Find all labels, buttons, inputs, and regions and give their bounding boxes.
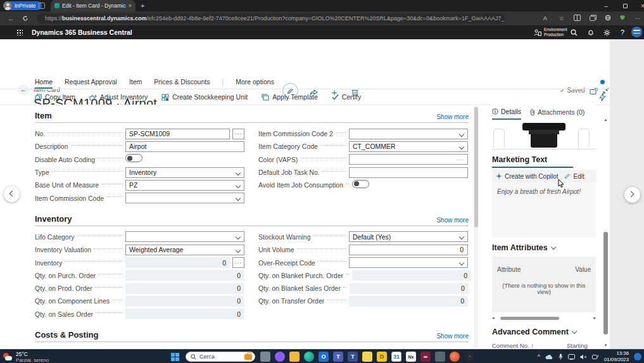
favorite-star-icon[interactable]: ☆ bbox=[557, 15, 566, 22]
taskbar-clock[interactable]: 13:36 01/09/2023 bbox=[604, 350, 629, 362]
qty-transfer-order-field[interactable]: 0 bbox=[349, 296, 468, 307]
extensions-globe-icon[interactable] bbox=[605, 15, 614, 22]
file-explorer-icon[interactable] bbox=[260, 352, 270, 362]
type-select[interactable]: Inventory bbox=[125, 167, 244, 178]
action-bar-flow-icon[interactable] bbox=[599, 93, 606, 101]
color-vaps-field[interactable]: ··· bbox=[349, 154, 468, 165]
disable-auto-coding-toggle[interactable] bbox=[125, 154, 244, 165]
item-commission-code-select[interactable] bbox=[125, 193, 244, 203]
inventory-assist-button[interactable]: ··· bbox=[232, 257, 244, 268]
profile-avatar[interactable] bbox=[3, 1, 12, 10]
item-attributes-header[interactable]: Item Attributes bbox=[492, 243, 596, 252]
scroll-left-icon[interactable]: ◂ bbox=[492, 315, 495, 321]
line-no-column[interactable]: Line No. ↑ bbox=[534, 342, 567, 349]
dynamics-app-icon[interactable]: D bbox=[377, 352, 387, 362]
costs-show-more-link[interactable]: Show more bbox=[436, 333, 469, 340]
edit-marketing-text-button[interactable]: Edit bbox=[564, 173, 584, 180]
over-receipt-code-select[interactable] bbox=[349, 257, 468, 268]
scroll-up-icon[interactable]: ▲ bbox=[603, 118, 609, 122]
qty-prod-order-field[interactable]: 0 bbox=[125, 283, 244, 294]
nx-app-icon[interactable]: Nx bbox=[406, 352, 416, 362]
tab-more-options[interactable]: More options bbox=[236, 78, 274, 89]
comment-no-column[interactable]: Comment No. ↑ bbox=[492, 342, 534, 349]
settings-gear-icon[interactable] bbox=[602, 28, 612, 37]
qty-blanket-purch-order-field[interactable]: 0 bbox=[352, 270, 471, 281]
item-show-more-link[interactable]: Show more bbox=[436, 113, 469, 120]
collections-icon[interactable] bbox=[590, 15, 598, 22]
item-picture[interactable] bbox=[492, 120, 596, 148]
next-record-button[interactable] bbox=[624, 187, 640, 203]
powerpoint-icon[interactable] bbox=[450, 352, 460, 362]
default-job-task-no-field[interactable] bbox=[349, 167, 468, 178]
environment-indicator[interactable]: EnvironmentProduction bbox=[534, 27, 567, 37]
tab-home[interactable]: Home bbox=[35, 78, 53, 89]
edge-browser-icon[interactable] bbox=[304, 352, 314, 362]
taskbar-search[interactable]: Cerca bbox=[186, 352, 255, 362]
access-icon[interactable]: ∞ bbox=[420, 352, 431, 362]
previous-record-button[interactable] bbox=[4, 186, 20, 202]
pen-device-icon[interactable] bbox=[592, 354, 599, 360]
factbox-tab-attachments[interactable]: Attachments (0) bbox=[530, 105, 584, 120]
user-avatar[interactable] bbox=[631, 27, 642, 37]
tab-item[interactable]: Item bbox=[129, 78, 142, 89]
browser-menu-icon[interactable]: ⋯ bbox=[633, 15, 642, 22]
no-assist-edit-button[interactable]: ··· bbox=[232, 129, 244, 139]
certify-button[interactable]: Certify bbox=[332, 93, 361, 101]
inventory-flowfield[interactable]: 0 bbox=[125, 257, 230, 268]
form-scrollbar[interactable] bbox=[474, 106, 478, 348]
window-restore-button[interactable] bbox=[616, 0, 635, 11]
advanced-comment-header[interactable]: Advanced Comment bbox=[492, 328, 596, 336]
notification-badge[interactable] bbox=[634, 353, 641, 360]
attributes-col-value[interactable]: Value bbox=[575, 266, 591, 273]
no-field[interactable]: SP-SCM1009 bbox=[125, 129, 230, 139]
tab-prices-discounts[interactable]: Prices & Discounts bbox=[154, 78, 210, 89]
weather-widget[interactable]: 25°CParzial. sereno bbox=[3, 351, 49, 363]
hscroll-thumb[interactable] bbox=[500, 317, 559, 320]
factbox-scrollbar-thumb[interactable] bbox=[603, 232, 608, 334]
lifo-category-select[interactable] bbox=[125, 231, 244, 242]
inventory-show-more-link[interactable]: Show more bbox=[436, 217, 469, 224]
assist-edit-icon[interactable]: ··· bbox=[457, 156, 465, 163]
base-unit-of-measure-select[interactable]: PZ bbox=[125, 180, 244, 191]
teams-icon[interactable]: T bbox=[333, 352, 343, 362]
cast-screen-icon[interactable] bbox=[568, 354, 575, 360]
outlook-icon[interactable]: O bbox=[319, 352, 329, 362]
help-icon[interactable]: ? bbox=[617, 28, 628, 37]
inventory-valuation-select[interactable]: Weighted Average bbox=[125, 245, 244, 255]
folder-icon[interactable] bbox=[289, 352, 300, 362]
search-icon[interactable] bbox=[569, 28, 579, 37]
marketing-text-content[interactable]: Enjoy a breath of fresh Airpot! bbox=[492, 182, 596, 237]
stockout-warning-select[interactable]: Default (Yes) bbox=[349, 231, 468, 242]
qty-purch-order-field[interactable]: 0 bbox=[125, 270, 244, 281]
tab-actions-icon[interactable] bbox=[39, 3, 45, 9]
chat-app-icon[interactable] bbox=[275, 352, 285, 362]
create-stockkeeping-unit-button[interactable]: Create Stockkeeping Unit bbox=[161, 93, 248, 101]
qty-component-lines-field[interactable]: 0 bbox=[125, 296, 244, 307]
qty-blanket-sales-order-field[interactable]: 0 bbox=[350, 283, 469, 294]
create-with-copilot-button[interactable]: Create with Copilot bbox=[496, 173, 558, 180]
item-commission-code-2-select[interactable] bbox=[349, 129, 468, 139]
scroll-right-icon[interactable]: ▸ bbox=[593, 315, 596, 321]
split-screen-icon[interactable] bbox=[574, 15, 583, 22]
app-launcher-icon[interactable] bbox=[16, 29, 23, 35]
browser-tab[interactable]: Edit - Item Card - Dynamics 365 × bbox=[51, 0, 136, 11]
tab-request-approval[interactable]: Request Approval bbox=[65, 78, 117, 89]
item-category-code-select[interactable]: CT_COMMER bbox=[349, 141, 468, 152]
copy-item-button[interactable]: Copy Item bbox=[35, 93, 75, 101]
start-button[interactable] bbox=[171, 353, 179, 361]
new-tab-button[interactable]: + bbox=[141, 2, 144, 10]
teams-call-icon[interactable]: T bbox=[348, 352, 358, 362]
calendar-app-icon[interactable]: 31 bbox=[391, 352, 401, 362]
tab-close-icon[interactable]: × bbox=[129, 3, 132, 9]
attributes-col-attribute[interactable]: Attribute bbox=[497, 266, 521, 273]
address-bar[interactable]: https://businesscentral.dynamics.com/efc… bbox=[37, 13, 505, 23]
onedrive-cloud-icon[interactable] bbox=[545, 354, 553, 360]
tray-expand-icon[interactable]: ^ bbox=[538, 353, 540, 360]
browser-essentials-icon[interactable] bbox=[619, 15, 628, 22]
starting-date-column[interactable]: Starting Date bbox=[567, 342, 595, 349]
notifications-bell-icon[interactable] bbox=[586, 28, 596, 37]
apply-template-button[interactable]: Apply Template bbox=[262, 93, 318, 101]
qty-sales-order-field[interactable]: 0 bbox=[125, 309, 244, 319]
window-close-button[interactable]: × bbox=[633, 0, 644, 11]
avoid-item-job-consumption-toggle[interactable] bbox=[352, 180, 471, 191]
